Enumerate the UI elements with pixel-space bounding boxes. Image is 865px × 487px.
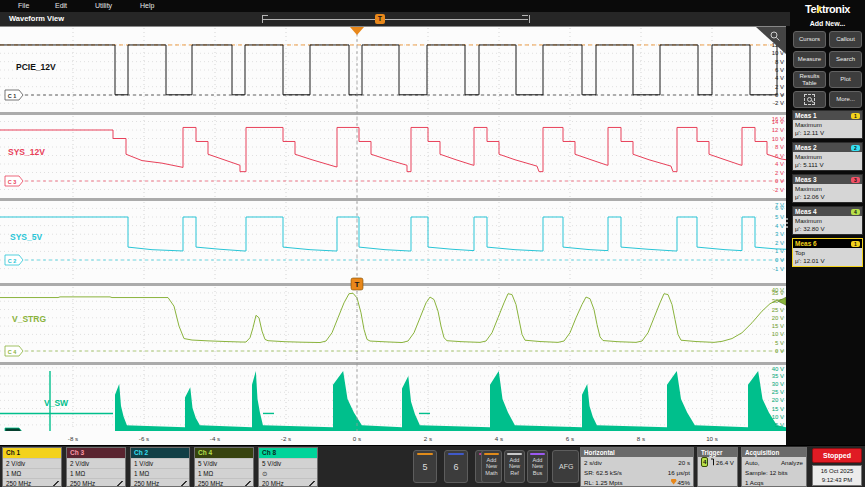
panel-splitter-handle[interactable] [785, 216, 788, 230]
measurement-badge-list: Meas 11Maximumμ': 12.11 VMeas 22Maximumμ… [792, 110, 863, 270]
horizontal-panel[interactable]: Horizontal 2 s/div20 s SR: 62.5 kS/s16 μ… [580, 447, 694, 487]
channel-setting-text: 250 MHz [134, 480, 159, 487]
menu-utility[interactable]: Utility [95, 0, 112, 12]
bandwidth-icon [181, 481, 187, 486]
v-tick-label: 35 V [772, 373, 784, 379]
run-stop-button[interactable]: Stopped [812, 448, 862, 463]
time-tick-label: 8 s [637, 435, 645, 442]
overview-trigger-marker[interactable]: T [375, 14, 385, 24]
source-channel-badge: 4 [851, 209, 860, 215]
measurement-body: Maximumμ': 12.06 V [793, 184, 862, 202]
add-new-ref-button[interactable]: Add New Ref [504, 450, 525, 483]
button-label: Add New Bus [528, 457, 547, 476]
afg-button[interactable]: AFG [552, 450, 579, 483]
channel-setting-row: 1 MΩ [67, 468, 125, 478]
channel-6-button[interactable]: 6 [444, 450, 468, 483]
acq-count: 1 Acqs [745, 479, 764, 486]
measurement-badge[interactable]: Meas 33Maximumμ': 12.06 V [792, 174, 863, 203]
channel-setting-text: 250 MHz [6, 480, 31, 487]
channel-badge-ch8[interactable]: Ch 85 V/div⊙20 MHz [258, 447, 318, 487]
channel-setting-text: 1 MΩ [6, 470, 21, 477]
waveform-grid[interactable]: 12 V10 V8 V6 V4 V2 V0 V-2 VPCIE_12VC 116… [0, 26, 786, 445]
v-tick-label: 0 V [775, 257, 784, 263]
v-tick-label: -1 V [773, 266, 784, 272]
channel-badge-header: Ch 2 [131, 448, 189, 458]
channel-setting-text: 1 MΩ [198, 470, 213, 477]
add-new-math-button[interactable]: Add New Math [481, 450, 502, 483]
channel-setting-row: 250 MHz [3, 478, 61, 487]
trigger-title: Trigger [698, 448, 737, 457]
channel-badge-ch1[interactable]: Ch 12 V/div1 MΩ250 MHz [2, 447, 62, 487]
tab-waveform-view[interactable]: Waveform View [9, 12, 64, 26]
channel-badge-header: Ch 8 [259, 448, 317, 458]
channel-badge-ch3[interactable]: Ch 32 V/div1 MΩ250 MHz [66, 447, 126, 487]
button-label: 6 [445, 462, 467, 472]
position-icon [671, 479, 677, 485]
slice-divider [0, 362, 786, 365]
v-tick-label: 25 V [772, 389, 784, 395]
trigger-level-T: T [355, 280, 360, 289]
channel-setting-text: 1 MΩ [134, 470, 149, 477]
measurement-body: Maximumμ': 32.80 V [793, 216, 862, 234]
trigger-panel[interactable]: Trigger 4 26.4 V [697, 447, 738, 487]
time-per-point: 16 μs/pt [668, 469, 690, 476]
time-tick-label: 10 s [706, 435, 718, 442]
menu-help[interactable]: Help [140, 0, 154, 12]
channel-badge-ch2[interactable]: Ch 21 V/div1 MΩ250 MHz [130, 447, 190, 487]
measurement-badge[interactable]: Meas 61Topμ': 12.01 V [792, 238, 863, 267]
channel-setting-row: 1 MΩ [195, 468, 253, 478]
menu-edit[interactable]: Edit [55, 0, 67, 12]
acq-analyze[interactable]: Analyze [781, 459, 803, 466]
v-tick-label: 2 V [775, 240, 784, 246]
menu-file[interactable]: File [18, 0, 29, 12]
measurement-stat: Top [795, 249, 860, 257]
zoom-tool-button[interactable] [793, 91, 826, 108]
add-new-button-grid: CursorsCalloutMeasureSearchResults Table… [793, 31, 863, 108]
plot-button[interactable]: Plot [829, 71, 862, 88]
time-tick-label: -6 s [139, 435, 149, 442]
v-tick-label: 0 V [775, 178, 784, 184]
more--button[interactable]: More... [829, 91, 862, 108]
channel-color-stripe [448, 453, 464, 455]
source-channel-badge: 1 [851, 113, 860, 119]
measure-button[interactable]: Measure [793, 51, 826, 68]
measurement-body: Topμ': 12.01 V [793, 248, 862, 266]
cursors-button[interactable]: Cursors [793, 31, 826, 48]
channel-5-button[interactable]: 5 [413, 450, 437, 483]
measurement-badge[interactable]: Meas 22Maximumμ': 5.111 V [792, 142, 863, 171]
channel-color-stripe [417, 453, 433, 455]
measurement-value: μ': 5.111 V [795, 161, 860, 169]
acquisition-panel[interactable]: Acquisition Auto,Analyze Sample: 12 bits… [741, 447, 807, 487]
callout-button[interactable]: Callout [829, 31, 862, 48]
measurement-header: Meas 22 [793, 143, 862, 152]
v-tick-label: 0 V [775, 348, 784, 354]
search-button[interactable]: Search [829, 51, 862, 68]
measurement-value: μ': 12.11 V [795, 129, 860, 137]
time: 9:12:43 PM [813, 476, 861, 485]
horizontal-title: Horizontal [581, 448, 693, 457]
v-tick-label: 8 V [775, 144, 784, 150]
bandwidth-icon [117, 481, 123, 486]
datetime-display: 16 Oct 2025 9:12:43 PM [812, 465, 862, 486]
add-new-bus-button[interactable]: Add New Bus [527, 450, 548, 483]
v-tick-label: 4 V [775, 223, 784, 229]
measurement-body: Maximumμ': 5.111 V [793, 152, 862, 170]
measurement-name: Meas 4 [795, 208, 817, 215]
channel-badge-header: Ch 4 [195, 448, 253, 458]
v-tick-label: 30 V [772, 381, 784, 387]
channel-setting-row: 5 V/div [259, 458, 317, 468]
channel-handle-label: C 1 [8, 93, 17, 99]
v-tick-label: 5 V [775, 214, 784, 220]
measurement-name: Meas 6 [795, 240, 817, 247]
button-label: 5 [414, 462, 436, 472]
v-tick-label: 20 V [772, 315, 784, 321]
results-table-button[interactable]: Results Table [793, 71, 826, 88]
source-channel-badge: 3 [851, 177, 860, 183]
source-channel-badge: 2 [851, 145, 860, 151]
menu-bar: FileEditUtilityHelp [0, 0, 790, 12]
measurement-badge[interactable]: Meas 44Maximumμ': 32.80 V [792, 206, 863, 235]
channel-badge-ch4[interactable]: Ch 45 V/div1 MΩ250 MHz [194, 447, 254, 487]
bandwidth-icon [245, 481, 251, 486]
measurement-stat: Maximum [795, 217, 860, 225]
measurement-badge[interactable]: Meas 11Maximumμ': 12.11 V [792, 110, 863, 139]
